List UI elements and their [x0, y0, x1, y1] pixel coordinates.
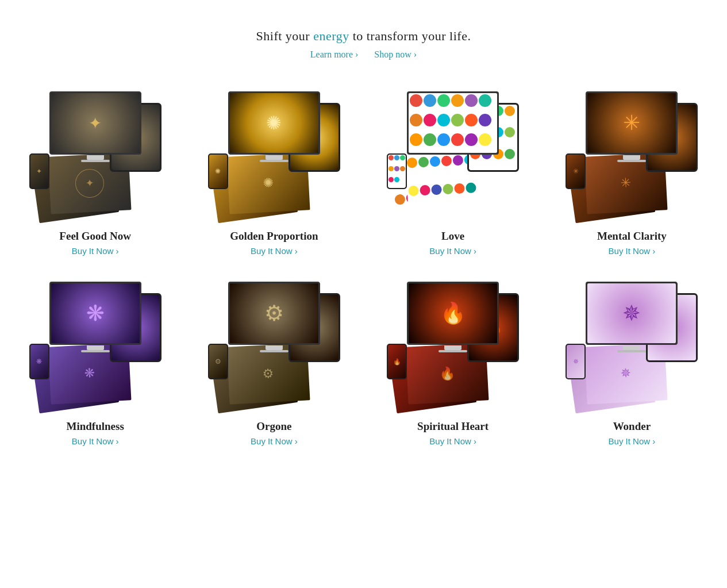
product-image-golden-proportion: ✺ ✺ ✺ ✺ [190, 89, 357, 221]
product-image-mindfulness: ❋ ❋ ❋ ❋ [11, 279, 179, 411]
learn-more-link[interactable]: Learn more › [310, 49, 359, 59]
buy-link-feel-good-now[interactable]: Buy It Now › [72, 246, 119, 256]
hero-links: Learn more › Shop now › [11, 49, 716, 60]
product-name-love: Love [441, 230, 464, 243]
product-feel-good-now: ✦ ✦ ✦ ✦ [11, 89, 179, 256]
product-image-mental-clarity: ✳ ✳ ✳ ✳ [548, 89, 716, 221]
hero-tagline: Shift your energy to transform your life… [11, 29, 716, 44]
products-grid: ✦ ✦ ✦ ✦ [11, 89, 716, 446]
product-name-wonder: Wonder [613, 420, 651, 433]
product-image-spiritual-heart: 🔥 🔥 🔥 🔥 [370, 279, 537, 411]
buy-link-mental-clarity[interactable]: Buy It Now › [609, 246, 656, 256]
product-image-love [370, 89, 537, 221]
product-name-mental-clarity: Mental Clarity [597, 230, 667, 243]
hero-section: Shift your energy to transform your life… [11, 29, 716, 44]
shop-now-link[interactable]: Shop now › [374, 49, 417, 59]
buy-link-love[interactable]: Buy It Now › [429, 246, 476, 256]
product-love: Love Buy It Now › [370, 89, 537, 256]
product-name-feel-good-now: Feel Good Now [59, 230, 131, 243]
product-orgone: ⚙ ⚙ ⚙ ⚙ [190, 279, 357, 446]
product-image-wonder: ✵ ✵ ✵ ✵ [548, 279, 716, 411]
buy-link-golden-proportion[interactable]: Buy It Now › [251, 246, 298, 256]
buy-link-spiritual-heart[interactable]: Buy It Now › [429, 436, 476, 446]
buy-link-wonder[interactable]: Buy It Now › [609, 436, 656, 446]
product-mental-clarity: ✳ ✳ ✳ ✳ [548, 89, 716, 256]
product-name-golden-proportion: Golden Proportion [230, 230, 318, 243]
product-wonder: ✵ ✵ ✵ ✵ [548, 279, 716, 446]
product-golden-proportion: ✺ ✺ ✺ ✺ [190, 89, 357, 256]
product-mindfulness: ❋ ❋ ❋ ❋ [11, 279, 179, 446]
product-image-feel-good-now: ✦ ✦ ✦ ✦ [11, 89, 179, 221]
page-wrapper: Shift your energy to transform your life… [0, 0, 727, 481]
product-name-orgone: Orgone [256, 420, 291, 433]
buy-link-orgone[interactable]: Buy It Now › [251, 436, 298, 446]
product-name-spiritual-heart: Spiritual Heart [417, 420, 488, 433]
product-name-mindfulness: Mindfulness [66, 420, 124, 433]
product-image-orgone: ⚙ ⚙ ⚙ ⚙ [190, 279, 357, 411]
buy-link-mindfulness[interactable]: Buy It Now › [72, 436, 119, 446]
product-spiritual-heart: 🔥 🔥 🔥 🔥 [370, 279, 537, 446]
